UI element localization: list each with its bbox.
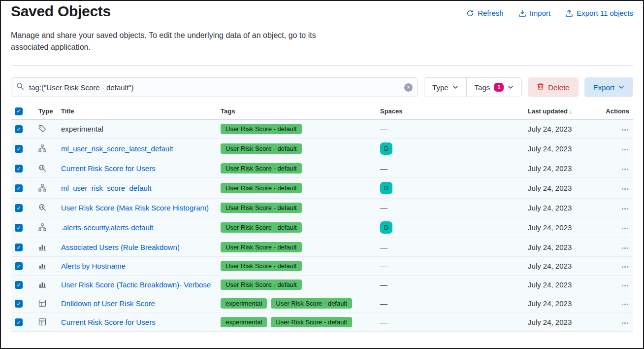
tag-badge[interactable]: User Risk Score - default xyxy=(221,143,302,154)
import-button[interactable]: Import xyxy=(518,9,551,17)
spaces-empty-dash: — xyxy=(380,262,387,270)
controls-bar: × Type Tags 1 Delete Export xyxy=(11,77,633,97)
tag-badge[interactable]: User Risk Score - default xyxy=(221,279,302,290)
saved-objects-page: Saved Objects Refresh Import Export 11 o… xyxy=(0,0,644,349)
search-input[interactable] xyxy=(28,83,400,92)
row-checkbox[interactable]: ✓ xyxy=(15,281,23,289)
export-all-button[interactable]: Export 11 objects xyxy=(565,9,633,17)
row-checkbox[interactable]: ✓ xyxy=(15,204,23,212)
import-label: Import xyxy=(530,9,551,17)
column-header-spaces[interactable]: Spaces xyxy=(376,104,524,119)
clear-search-icon[interactable]: × xyxy=(404,83,413,92)
last-updated-value: July 24, 2023 xyxy=(524,256,593,275)
visualization-icon xyxy=(38,204,53,211)
column-header-tags[interactable]: Tags xyxy=(217,104,376,119)
object-title-link[interactable]: Associated Users (Rule Breakdown) xyxy=(61,243,180,251)
row-actions-button[interactable] xyxy=(621,301,629,308)
tag-badge[interactable]: User Risk Score - default xyxy=(221,261,302,271)
spaces-empty-dash: — xyxy=(380,280,387,289)
object-title-link[interactable]: ml_user_risk_score_default xyxy=(61,184,151,192)
table-row: ✓experimentalUser Risk Score - default—J… xyxy=(11,119,633,138)
object-title-link[interactable]: ml_user_risk_score_latest_default xyxy=(61,144,173,153)
tag-badge[interactable]: User Risk Score - default xyxy=(271,298,352,309)
table-row: ✓User Risk Score (Max Risk Score Histogr… xyxy=(11,198,633,217)
row-actions-button[interactable] xyxy=(621,146,629,153)
column-header-last-updated[interactable]: Last updated↓ xyxy=(524,104,593,119)
tag-badge[interactable]: User Risk Score - default xyxy=(271,317,352,327)
tags-filter-label: Tags xyxy=(475,83,490,92)
row-actions-button[interactable] xyxy=(621,185,629,193)
delete-button[interactable]: Delete xyxy=(528,77,578,97)
table-row: ✓Current Risk Score for UsersUser Risk S… xyxy=(11,159,633,177)
refresh-button[interactable]: Refresh xyxy=(466,9,504,17)
column-header-title[interactable]: Title xyxy=(57,104,217,119)
sort-desc-icon: ↓ xyxy=(569,107,573,115)
header-actions: Refresh Import Export 11 objects xyxy=(466,3,633,17)
tag-badge[interactable]: User Risk Score - default xyxy=(221,124,302,134)
object-title-link[interactable]: Current Risk Score for Users xyxy=(61,164,156,173)
row-checkbox[interactable]: ✓ xyxy=(15,184,23,192)
select-all-checkbox[interactable]: ✓ xyxy=(15,107,23,115)
tag-badge[interactable]: experimental xyxy=(221,298,267,309)
row-actions-button[interactable] xyxy=(621,244,629,252)
last-updated-value: July 24, 2023 xyxy=(524,159,593,177)
row-actions-button[interactable] xyxy=(621,263,629,271)
tag-badge[interactable]: User Risk Score - default xyxy=(221,203,302,213)
export-icon xyxy=(565,9,573,17)
row-checkbox[interactable]: ✓ xyxy=(15,125,23,133)
tag-badge[interactable]: User Risk Score - default xyxy=(221,163,302,174)
export-button[interactable]: Export xyxy=(584,77,633,97)
export-all-label: Export 11 objects xyxy=(577,9,633,17)
lens-icon xyxy=(38,262,53,270)
table-body: ✓experimentalUser Risk Score - default—J… xyxy=(11,119,633,331)
last-updated-value: July 24, 2023 xyxy=(524,275,593,294)
row-actions-button[interactable] xyxy=(621,319,629,327)
column-header-actions: Actions xyxy=(593,104,633,119)
table-row: ✓Current Risk Score for Usersexperimenta… xyxy=(11,313,633,331)
spaces-empty-dash: — xyxy=(380,299,387,308)
trash-icon xyxy=(537,83,544,92)
object-title-link[interactable]: User Risk Score (Tactic Breakdown)- Verb… xyxy=(61,280,211,289)
tag-badge[interactable]: User Risk Score - default xyxy=(221,222,302,233)
tag-badge[interactable]: User Risk Score - default xyxy=(221,183,302,193)
table-row: ✓.alerts-security.alerts-defaultUser Ris… xyxy=(11,217,633,238)
row-checkbox[interactable]: ✓ xyxy=(15,224,23,232)
table-row: ✓ml_user_risk_score_defaultUser Risk Sco… xyxy=(11,177,633,198)
object-title-link[interactable]: .alerts-security.alerts-default xyxy=(61,223,153,232)
row-checkbox[interactable]: ✓ xyxy=(15,262,23,270)
last-updated-value: July 24, 2023 xyxy=(524,238,593,256)
row-checkbox[interactable]: ✓ xyxy=(15,244,23,251)
spaces-empty-dash: — xyxy=(380,125,387,133)
row-actions-button[interactable] xyxy=(621,166,629,173)
row-checkbox[interactable]: ✓ xyxy=(15,165,23,173)
export-button-label: Export xyxy=(593,83,614,92)
object-title: experimental xyxy=(61,125,103,133)
table-row: ✓Associated Users (Rule Breakdown)User R… xyxy=(11,238,633,256)
row-checkbox[interactable]: ✓ xyxy=(15,145,23,153)
object-title-link[interactable]: Alerts by Hostname xyxy=(61,262,126,270)
column-header-type[interactable]: Type xyxy=(34,104,57,119)
tag-icon xyxy=(38,125,53,133)
row-checkbox[interactable]: ✓ xyxy=(15,300,23,308)
index-pattern-icon xyxy=(38,144,53,152)
row-checkbox[interactable]: ✓ xyxy=(15,318,23,326)
type-filter-button[interactable]: Type xyxy=(424,78,466,97)
spaces-empty-dash: — xyxy=(380,164,387,173)
object-title-link[interactable]: Drilldown of User Risk Score xyxy=(61,299,155,308)
tag-badge[interactable]: User Risk Score - default xyxy=(221,242,302,252)
space-badge: D xyxy=(380,182,392,194)
object-title-link[interactable]: User Risk Score (Max Risk Score Histogra… xyxy=(61,204,209,212)
row-actions-button[interactable] xyxy=(621,126,629,134)
row-actions-button[interactable] xyxy=(621,225,629,232)
chevron-down-icon xyxy=(618,83,624,92)
spaces-empty-dash: — xyxy=(380,318,387,326)
search-box: × xyxy=(11,77,418,97)
spaces-empty-dash: — xyxy=(380,204,387,212)
row-actions-button[interactable] xyxy=(621,205,629,212)
saved-objects-table: ✓ Type Title Tags Spaces Last updated↓ A… xyxy=(11,104,633,332)
row-actions-button[interactable] xyxy=(621,282,629,289)
last-updated-value: July 24, 2023 xyxy=(524,294,593,313)
tags-filter-button[interactable]: Tags 1 xyxy=(466,78,522,97)
tag-badge[interactable]: experimental xyxy=(221,317,267,327)
object-title-link[interactable]: Current Risk Score for Users xyxy=(61,318,156,326)
